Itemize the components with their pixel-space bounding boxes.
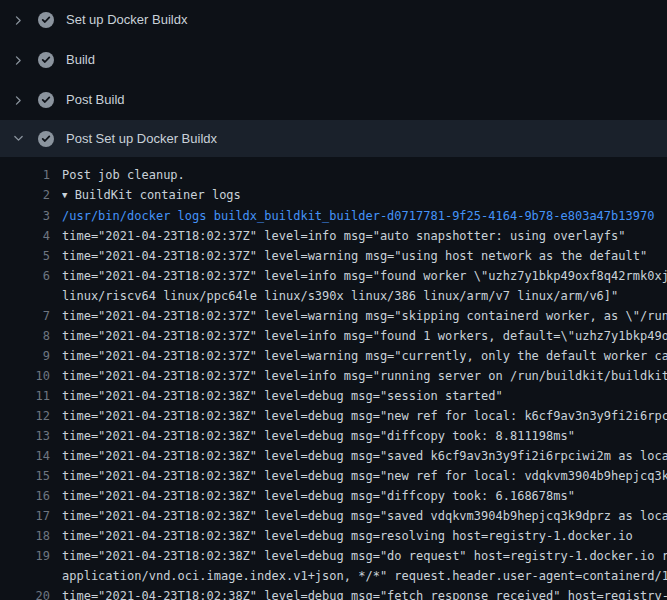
log-text: time="2021-04-23T18:02:37Z" level=warnin… <box>62 246 667 266</box>
log-command: /usr/bin/docker logs buildx_buildkit_bui… <box>62 206 667 226</box>
line-number[interactable]: 20 <box>0 586 50 600</box>
log-line: 3/usr/bin/docker logs buildx_buildkit_bu… <box>0 206 667 226</box>
log-line: 2▼ BuildKit container logs <box>0 185 667 206</box>
line-number[interactable]: 5 <box>0 246 50 266</box>
log-line: 8time="2021-04-23T18:02:37Z" level=info … <box>0 326 667 346</box>
log-line: 19time="2021-04-23T18:02:38Z" level=debu… <box>0 546 667 566</box>
line-number[interactable]: 15 <box>0 466 50 486</box>
line-number <box>0 566 50 586</box>
line-number[interactable]: 9 <box>0 346 50 366</box>
log-text: time="2021-04-23T18:02:38Z" level=debug … <box>62 446 667 466</box>
log-text: time="2021-04-23T18:02:37Z" level=info m… <box>62 366 667 386</box>
log-line: 6time="2021-04-23T18:02:37Z" level=info … <box>0 266 667 286</box>
line-number[interactable]: 3 <box>0 206 50 226</box>
line-number[interactable]: 6 <box>0 266 50 286</box>
log-line: application/vnd.oci.image.index.v1+json,… <box>0 566 667 586</box>
log-text: time="2021-04-23T18:02:38Z" level=debug … <box>62 406 667 426</box>
line-number[interactable]: 1 <box>0 165 50 185</box>
chevron-right-icon <box>10 52 26 68</box>
workflow-log-viewer: Set up Docker BuildxBuildPost BuildPost … <box>0 0 667 600</box>
line-number[interactable]: 8 <box>0 326 50 346</box>
section-label: Build <box>66 52 95 68</box>
section-header-3[interactable]: Post Set up Docker Buildx <box>0 120 667 157</box>
line-number[interactable]: 19 <box>0 546 50 566</box>
log-text: application/vnd.oci.image.index.v1+json,… <box>62 566 667 586</box>
log-text: time="2021-04-23T18:02:37Z" level=info m… <box>62 266 667 286</box>
chevron-down-icon <box>10 131 26 147</box>
line-number[interactable]: 17 <box>0 506 50 526</box>
log-line: 9time="2021-04-23T18:02:37Z" level=warni… <box>0 346 667 366</box>
line-number[interactable]: 16 <box>0 486 50 506</box>
line-number[interactable]: 4 <box>0 226 50 246</box>
log-line: 7time="2021-04-23T18:02:37Z" level=warni… <box>0 306 667 326</box>
log-text: time="2021-04-23T18:02:38Z" level=debug … <box>62 526 667 546</box>
log-text: time="2021-04-23T18:02:38Z" level=debug … <box>62 586 667 600</box>
line-number[interactable]: 2 <box>0 185 50 206</box>
log-text: time="2021-04-23T18:02:38Z" level=debug … <box>62 426 667 446</box>
section-header-0[interactable]: Set up Docker Buildx <box>0 0 667 40</box>
chevron-right-icon <box>10 92 26 108</box>
log-line: 4time="2021-04-23T18:02:37Z" level=info … <box>0 226 667 246</box>
log-text: time="2021-04-23T18:02:38Z" level=debug … <box>62 506 667 526</box>
log-text: time="2021-04-23T18:02:38Z" level=debug … <box>62 466 667 486</box>
log-text: time="2021-04-23T18:02:37Z" level=warnin… <box>62 306 667 326</box>
section-label: Post Build <box>66 92 125 108</box>
log-text: time="2021-04-23T18:02:37Z" level=warnin… <box>62 346 667 366</box>
log-line: 16time="2021-04-23T18:02:38Z" level=debu… <box>0 486 667 506</box>
line-number[interactable]: 7 <box>0 306 50 326</box>
log-line: linux/riscv64 linux/ppc64le linux/s390x … <box>0 286 667 306</box>
line-number[interactable]: 10 <box>0 366 50 386</box>
section-label: Post Set up Docker Buildx <box>66 131 217 147</box>
log-text: linux/riscv64 linux/ppc64le linux/s390x … <box>62 286 667 306</box>
line-number[interactable]: 18 <box>0 526 50 546</box>
log-line: 13time="2021-04-23T18:02:38Z" level=debu… <box>0 426 667 446</box>
log-line: 20time="2021-04-23T18:02:38Z" level=debu… <box>0 586 667 600</box>
log-line: 12time="2021-04-23T18:02:38Z" level=debu… <box>0 406 667 426</box>
line-number[interactable]: 11 <box>0 386 50 406</box>
log-line: 15time="2021-04-23T18:02:38Z" level=debu… <box>0 466 667 486</box>
log-line: 18time="2021-04-23T18:02:38Z" level=debu… <box>0 526 667 546</box>
check-circle-icon <box>38 52 54 68</box>
log-line: 5time="2021-04-23T18:02:37Z" level=warni… <box>0 246 667 266</box>
log-line: 14time="2021-04-23T18:02:38Z" level=debu… <box>0 446 667 466</box>
line-number[interactable]: 12 <box>0 406 50 426</box>
check-circle-icon <box>38 12 54 28</box>
log-line: 11time="2021-04-23T18:02:38Z" level=debu… <box>0 386 667 406</box>
line-number[interactable]: 14 <box>0 446 50 466</box>
check-circle-icon <box>38 92 54 108</box>
log-line: 10time="2021-04-23T18:02:37Z" level=info… <box>0 366 667 386</box>
log-text: Post job cleanup. <box>62 165 667 185</box>
group-toggle-icon: ▼ <box>62 185 67 205</box>
check-circle-icon <box>38 131 54 147</box>
section-header-1[interactable]: Build <box>0 40 667 80</box>
log-area: 1Post job cleanup.2▼ BuildKit container … <box>0 157 667 600</box>
line-number[interactable]: 13 <box>0 426 50 446</box>
log-text: time="2021-04-23T18:02:38Z" level=debug … <box>62 386 667 406</box>
log-text: time="2021-04-23T18:02:38Z" level=debug … <box>62 486 667 506</box>
log-text[interactable]: ▼ BuildKit container logs <box>62 185 667 206</box>
log-line: 17time="2021-04-23T18:02:38Z" level=debu… <box>0 506 667 526</box>
log-text: time="2021-04-23T18:02:37Z" level=info m… <box>62 226 667 246</box>
section-label: Set up Docker Buildx <box>66 12 187 28</box>
chevron-right-icon <box>10 12 26 28</box>
sections: Set up Docker BuildxBuildPost BuildPost … <box>0 0 667 600</box>
log-text: time="2021-04-23T18:02:38Z" level=debug … <box>62 546 667 566</box>
line-number <box>0 286 50 306</box>
log-text: time="2021-04-23T18:02:37Z" level=info m… <box>62 326 667 346</box>
log-line: 1Post job cleanup. <box>0 165 667 185</box>
section-header-2[interactable]: Post Build <box>0 80 667 120</box>
